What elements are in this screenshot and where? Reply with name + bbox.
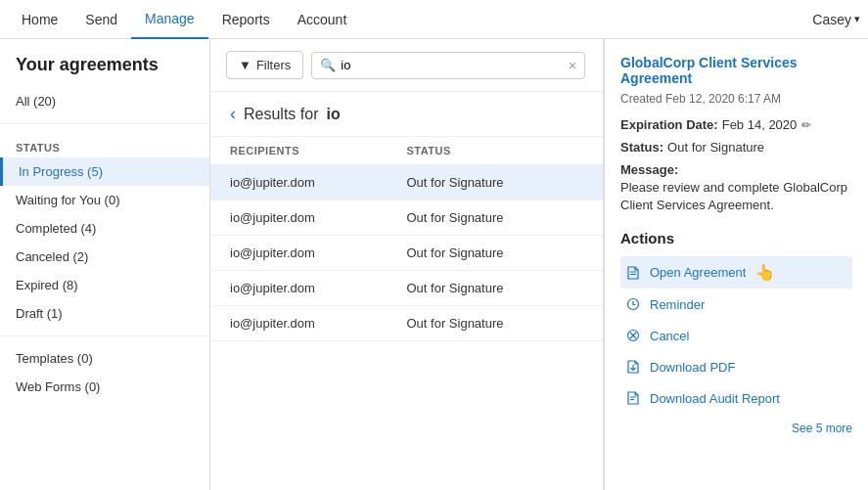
user-menu[interactable]: Casey ▾ [812, 12, 860, 27]
sidebar-item-in-progress[interactable]: In Progress (5) [0, 157, 209, 186]
download-pdf-label: Download PDF [650, 360, 735, 375]
download-pdf-icon [624, 358, 642, 376]
actions-section: Actions Open Agreement 👆 [620, 230, 852, 435]
search-icon: 🔍 [320, 58, 336, 72]
sidebar-item-expired[interactable]: Expired (8) [0, 271, 209, 299]
left-sidebar: Your agreements All (20) STATUS In Progr… [0, 39, 210, 490]
sidebar-status-label: STATUS [0, 132, 209, 157]
sidebar-item-templates[interactable]: Templates (0) [0, 344, 209, 373]
see-more[interactable]: See 5 more [620, 422, 852, 435]
expiration-value: Feb 14, 2020 [722, 117, 798, 132]
status-cell: Out for Signature [407, 281, 584, 295]
main-content: ▼ Filters 🔍 × ‹ Results for io RECIPIENT… [210, 39, 604, 490]
cursor-hand: 👆 [755, 263, 775, 282]
sidebar-title: Your agreements [0, 55, 209, 87]
nav-manage[interactable]: Manage [131, 0, 208, 39]
action-download-pdf[interactable]: Download PDF [620, 351, 852, 382]
agreement-created: Created Feb 12, 2020 6:17 AM [620, 92, 852, 106]
filter-icon: ▼ [239, 58, 251, 72]
recipient-cell: io@jupiter.dom [230, 245, 407, 260]
back-arrow[interactable]: ‹ [230, 104, 236, 124]
status-row: Status: Out for Signature [620, 140, 852, 155]
filter-label: Filters [256, 58, 291, 72]
sidebar-item-draft[interactable]: Draft (1) [0, 299, 209, 328]
nav-send[interactable]: Send [71, 0, 131, 39]
nav-reports[interactable]: Reports [208, 0, 284, 39]
message-label: Message: [620, 162, 678, 177]
download-audit-label: Download Audit Report [650, 391, 780, 406]
cancel-label: Cancel [650, 329, 689, 343]
results-query: io [326, 106, 340, 123]
filter-button[interactable]: ▼ Filters [226, 51, 303, 79]
action-reminder[interactable]: Reminder [620, 289, 852, 320]
status-cell: Out for Signature [407, 245, 584, 260]
user-chevron: ▾ [854, 13, 860, 25]
search-input-wrap: 🔍 × [311, 52, 585, 79]
expiration-row: Expiration Date: Feb 14, 2020 ✏ [620, 117, 852, 132]
results-prefix: Results for [244, 106, 318, 123]
document-icon [624, 264, 642, 282]
table-header: RECIPIENTS STATUS [210, 137, 603, 165]
status-cell: Out for Signature [407, 316, 584, 331]
results-header: ‹ Results for io [210, 92, 603, 137]
expiration-edit-icon[interactable]: ✏ [801, 118, 811, 132]
search-clear-icon[interactable]: × [569, 58, 576, 73]
message-row: Message: Please review and complete Glob… [620, 162, 852, 214]
col-recipients: RECIPIENTS [230, 145, 407, 156]
expiration-label: Expiration Date: [620, 117, 718, 132]
agreement-title[interactable]: GlobalCorp Client Services Agreement [620, 55, 852, 86]
nav-account[interactable]: Account [284, 0, 361, 39]
sidebar-all[interactable]: All (20) [0, 87, 209, 115]
table-row[interactable]: io@jupiter.dom Out for Signature [210, 236, 603, 271]
status-value: Out for Signature [667, 140, 764, 155]
sidebar-item-waiting[interactable]: Waiting for You (0) [0, 186, 209, 214]
sidebar-item-web-forms[interactable]: Web Forms (0) [0, 373, 209, 401]
open-agreement-label: Open Agreement [650, 265, 746, 280]
status-label: Status: [620, 140, 663, 155]
table-row[interactable]: io@jupiter.dom Out for Signature [210, 271, 603, 306]
top-nav: Home Send Manage Reports Account Casey ▾ [0, 0, 868, 39]
reminder-label: Reminder [650, 297, 705, 312]
sidebar-item-canceled[interactable]: Canceled (2) [0, 243, 209, 271]
right-panel: GlobalCorp Client Services Agreement Cre… [604, 39, 868, 490]
recipient-cell: io@jupiter.dom [230, 210, 407, 225]
status-cell: Out for Signature [407, 210, 584, 225]
cancel-icon [624, 327, 642, 344]
action-open-agreement[interactable]: Open Agreement 👆 [620, 256, 852, 289]
reminder-icon [624, 295, 642, 313]
col-status: STATUS [407, 145, 584, 156]
search-bar: ▼ Filters 🔍 × [210, 39, 603, 92]
recipient-cell: io@jupiter.dom [230, 175, 407, 190]
recipient-cell: io@jupiter.dom [230, 281, 407, 295]
nav-home[interactable]: Home [8, 0, 71, 39]
user-name: Casey [812, 12, 851, 27]
action-cancel[interactable]: Cancel [620, 320, 852, 351]
actions-title: Actions [620, 230, 852, 246]
table-row[interactable]: io@jupiter.dom Out for Signature [210, 165, 603, 200]
search-input[interactable] [341, 58, 565, 72]
action-download-audit[interactable]: Download Audit Report [620, 382, 852, 414]
message-value: Please review and complete GlobalCorp Cl… [620, 179, 852, 214]
table-row[interactable]: io@jupiter.dom Out for Signature [210, 200, 603, 236]
status-cell: Out for Signature [407, 175, 584, 190]
recipient-cell: io@jupiter.dom [230, 316, 407, 331]
sidebar-item-completed[interactable]: Completed (4) [0, 214, 209, 243]
table-row[interactable]: io@jupiter.dom Out for Signature [210, 306, 603, 341]
audit-icon [624, 389, 642, 407]
